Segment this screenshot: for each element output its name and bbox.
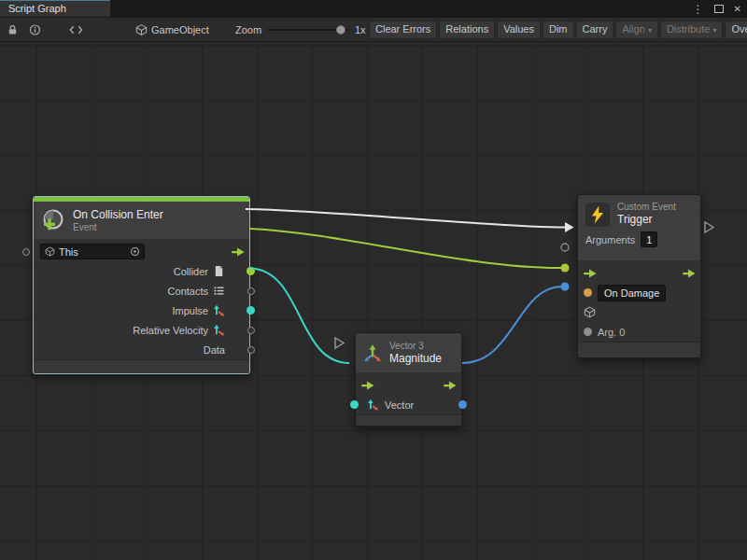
align-label: Align — [622, 23, 644, 35]
contacts-list-icon — [213, 285, 225, 297]
port-label: Vector — [385, 399, 414, 411]
node-title: Trigger — [617, 213, 676, 227]
distribute-label: Distribute — [667, 23, 710, 35]
target-object-field[interactable]: This — [40, 244, 145, 259]
node-title: On Collision Enter — [73, 208, 163, 222]
values-button[interactable]: Values — [497, 21, 541, 39]
custom-event-node-titles: Custom Event Trigger — [617, 202, 676, 227]
node-subtitle: Event — [73, 222, 163, 233]
vector3-axes-icon — [213, 304, 225, 316]
distribute-dropdown[interactable]: Distribute▾ — [660, 21, 723, 39]
vector3-axes-icon — [213, 324, 225, 336]
tab-script-graph[interactable]: Script Graph — [0, 0, 110, 17]
port-label: Contacts — [168, 286, 208, 297]
lightning-bolt-icon — [585, 203, 610, 227]
self-input-port[interactable] — [22, 248, 30, 256]
vector3-axes-icon — [367, 399, 379, 411]
impulse-output-row: Impulse — [34, 301, 249, 320]
vector3-axes-icon — [363, 343, 382, 362]
carry-button[interactable]: Carry — [576, 21, 614, 39]
gameobject-icon — [45, 246, 55, 257]
contacts-output-row: Contacts — [34, 281, 249, 301]
node-custom-event-trigger[interactable]: Custom Event Trigger Arguments 1 On Dama… — [577, 194, 701, 358]
gameobject-label: GameObject — [151, 24, 209, 35]
event-name-field[interactable]: On Damage — [598, 285, 666, 301]
port-label: Arg. 0 — [598, 327, 625, 338]
close-icon[interactable]: ✕ — [734, 5, 741, 14]
flow-input-port[interactable] — [361, 381, 374, 390]
collision-node-header[interactable]: On Collision Enter Event — [34, 202, 249, 239]
clear-errors-button[interactable]: Clear Errors — [369, 21, 437, 39]
zoom-slider-handle[interactable] — [336, 25, 345, 35]
dim-button[interactable]: Dim — [543, 21, 574, 39]
arguments-row: Arguments 1 — [585, 231, 693, 247]
collision-event-icon — [41, 208, 65, 232]
node-footer — [356, 414, 461, 426]
flow-row — [578, 263, 700, 283]
lock-icon[interactable] — [7, 23, 19, 35]
arg0-input-port[interactable] — [584, 328, 592, 336]
event-name-port[interactable] — [584, 288, 592, 297]
gameobject-cube-icon — [135, 23, 148, 35]
relations-button[interactable]: Relations — [439, 21, 495, 39]
relative-velocity-output-port[interactable] — [247, 327, 255, 334]
collision-node-body: This Collider Contacts Impulse — [34, 239, 249, 359]
magnitude-node-header[interactable]: Vector 3 Magnitude — [356, 333, 461, 372]
magnitude-node-titles: Vector 3 Magnitude — [389, 341, 442, 366]
node-vector3-magnitude[interactable]: Vector 3 Magnitude Vector — [355, 332, 462, 427]
zoom-value: 1x — [355, 24, 366, 35]
info-icon[interactable] — [29, 23, 41, 35]
flow-output-port[interactable] — [444, 381, 457, 390]
collider-document-icon — [213, 265, 225, 277]
tab-label: Script Graph — [8, 3, 66, 14]
zoom-slider-track[interactable] — [267, 29, 349, 31]
vector-input-port[interactable] — [350, 400, 359, 409]
node-on-collision-enter[interactable]: On Collision Enter Event This Collider — [33, 196, 250, 374]
arguments-label: Arguments — [585, 234, 635, 245]
port-label: Impulse — [172, 305, 208, 316]
relative-velocity-output-row: Relative Velocity — [34, 320, 249, 340]
gameobject-chip[interactable]: GameObject — [135, 23, 209, 35]
node-title: Magnitude — [389, 352, 442, 366]
vector-input-row: Vector — [356, 395, 461, 414]
node-type-label: Vector 3 — [389, 341, 442, 352]
zoom-label: Zoom — [235, 24, 261, 35]
more-icon[interactable]: ⋮ — [693, 4, 704, 15]
collider-output-port[interactable] — [247, 267, 255, 275]
maximize-icon[interactable] — [714, 5, 724, 13]
flow-output-port[interactable] — [232, 247, 245, 257]
object-picker-icon[interactable] — [130, 246, 140, 257]
arg0-input-row: Arg. 0 — [578, 322, 700, 342]
flow-input-port[interactable] — [584, 269, 597, 278]
port-label: Data — [204, 344, 225, 356]
graph-canvas[interactable]: On Collision Enter Event This Collider — [0, 42, 747, 560]
window-controls: ⋮ ✕ — [693, 0, 741, 18]
zoom-slider[interactable] — [267, 29, 349, 31]
arguments-count-field[interactable]: 1 — [641, 231, 657, 247]
custom-event-node-header[interactable]: Custom Event Trigger Arguments 1 — [578, 195, 700, 260]
collision-node-titles: On Collision Enter Event — [73, 208, 163, 233]
magnitude-output-port[interactable] — [458, 400, 467, 409]
code-icon[interactable] — [69, 24, 83, 35]
contacts-output-port[interactable] — [247, 287, 255, 295]
node-type-label: Custom Event — [617, 202, 676, 213]
magnitude-node-body: Vector — [356, 372, 461, 414]
gameobject-icon — [584, 306, 596, 318]
data-output-port[interactable] — [247, 346, 255, 354]
flow-output-port[interactable] — [683, 269, 696, 278]
event-name-row: On Damage — [578, 283, 700, 302]
overview-button[interactable]: Overv — [725, 21, 747, 39]
chevron-down-icon: ▾ — [712, 26, 716, 35]
target-value: This — [59, 246, 78, 258]
chevron-down-icon: ▾ — [648, 26, 652, 35]
toolbar-buttons: Clear Errors Relations Values Dim Carry … — [369, 21, 747, 39]
data-output-row: Data — [34, 340, 249, 359]
title-bar: Script Graph ⋮ ✕ — [0, 0, 747, 19]
port-label: Collider — [174, 266, 208, 277]
port-label: Relative Velocity — [133, 325, 208, 336]
node-footer — [578, 342, 700, 357]
collider-output-row: Collider — [34, 261, 249, 281]
align-dropdown[interactable]: Align▾ — [615, 21, 657, 39]
impulse-output-port[interactable] — [247, 306, 255, 315]
custom-event-node-body: On Damage Arg. 0 — [578, 260, 700, 342]
